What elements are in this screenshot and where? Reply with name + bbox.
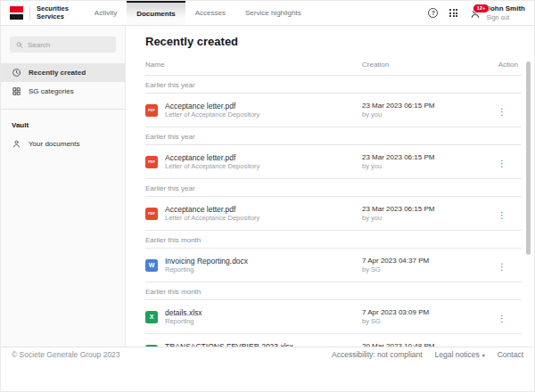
apps-grid-icon[interactable] <box>449 9 457 17</box>
copyright-text: © Societe Generale Group 2023 <box>12 350 120 359</box>
document-name-cell: PDF Acceptance letter.pdf Letter of Acce… <box>145 102 362 118</box>
action-cell: ⋮ <box>482 206 522 222</box>
person-icon <box>12 139 21 149</box>
sidebar-item-sg-categories[interactable]: SG categories <box>1 82 125 101</box>
user-meta: John Smith Sign out <box>486 5 525 20</box>
table-row[interactable]: X details.xlsx Reporting 7 Apr 2023 03:0… <box>145 300 522 334</box>
document-name: Acceptance letter.pdf <box>165 153 259 162</box>
header-actions: ? 12+ John Smith Sign out <box>428 1 534 25</box>
sign-out-link[interactable]: Sign out <box>486 14 525 20</box>
creation-date: 7 Apr 2023 03:09 PM <box>362 308 482 317</box>
app-window: Securities Services Activity Documents A… <box>0 0 535 392</box>
brand: Securities Services <box>1 1 78 25</box>
grid-icon <box>12 86 21 96</box>
kebab-menu-icon[interactable]: ⋮ <box>494 158 510 170</box>
avatar: 12+ <box>469 7 482 20</box>
group-label: Earlier this month <box>145 282 522 300</box>
kebab-menu-icon[interactable]: ⋮ <box>494 209 510 222</box>
document-name: details.xlsx <box>165 308 202 317</box>
creation-cell: 23 Mar 2023 06:15 PM by you <box>362 153 482 170</box>
creation-author: by you <box>362 214 482 222</box>
action-cell: ⋮ <box>482 257 522 274</box>
table-header: Name Creation Action <box>145 48 522 76</box>
user-menu[interactable]: 12+ John Smith Sign out <box>469 5 525 20</box>
scrollbar-thumb[interactable] <box>526 61 531 255</box>
tab-documents[interactable]: Documents <box>127 1 185 25</box>
group-label: Earlier this year <box>145 127 522 145</box>
creation-author: by SG <box>362 317 482 325</box>
footer: © Societe Generale Group 2023 Accessibil… <box>1 347 534 362</box>
document-category: Letter of Acceptance Depository <box>165 214 259 222</box>
group-label: Earlier this month <box>145 231 522 249</box>
sidebar-item-label: Your documents <box>29 140 80 148</box>
creation-cell: 23 Mar 2023 06:15 PM by you <box>362 205 482 222</box>
creation-date: 23 Mar 2023 06:15 PM <box>362 102 482 110</box>
creation-cell: 23 Mar 2023 06:15 PM by you <box>362 102 482 118</box>
kebab-menu-icon[interactable]: ⋮ <box>494 261 510 274</box>
kebab-menu-icon[interactable]: ⋮ <box>494 313 510 325</box>
main-tabs: Activity Documents Accesses Service high… <box>85 1 311 25</box>
sidebar-item-label: Recently created <box>29 69 86 77</box>
kebab-menu-icon[interactable]: ⋮ <box>494 106 510 118</box>
search-icon <box>16 41 23 49</box>
sidebar-item-your-documents[interactable]: Your documents <box>1 135 125 153</box>
table-row[interactable]: PDF Acceptance letter.pdf Letter of Acce… <box>145 94 522 127</box>
help-icon[interactable]: ? <box>428 8 438 18</box>
search-box[interactable] <box>10 37 116 53</box>
group-label: Earlier this year <box>145 76 522 94</box>
page-title: Recently created <box>145 35 522 48</box>
table-row[interactable]: PDF Acceptance letter.pdf Letter of Acce… <box>145 145 522 179</box>
excel-file-icon: X <box>145 311 158 323</box>
contact-label: Contact <box>498 350 523 359</box>
table-row[interactable]: X TRANSACTIONS FEVRIER 2023.xlsx Reporti… <box>145 334 522 347</box>
creation-date: 23 Mar 2023 06:15 PM <box>362 205 482 214</box>
creation-cell: 7 Apr 2023 03:09 PM by SG <box>362 308 482 325</box>
document-name-cell: PDF Acceptance letter.pdf Letter of Acce… <box>145 205 362 222</box>
sidebar-item-recently-created[interactable]: Recently created <box>1 63 125 82</box>
action-cell: ⋮ <box>482 102 522 118</box>
top-navbar: Securities Services Activity Documents A… <box>1 1 534 26</box>
document-name: Invoicing Reporting.docx <box>165 257 248 265</box>
group-label: Earlier this year <box>145 179 522 197</box>
creation-author: by you <box>362 162 482 170</box>
column-header-name: Name <box>145 61 362 69</box>
document-name: Acceptance letter.pdf <box>165 205 259 214</box>
pdf-file-icon: PDF <box>145 104 158 117</box>
legal-notices-label: Legal notices <box>435 350 480 359</box>
document-category: Reporting <box>165 317 202 325</box>
document-name: Acceptance letter.pdf <box>165 102 259 110</box>
document-category: Letter of Acceptance Depository <box>165 162 259 170</box>
tab-activity[interactable]: Activity <box>85 1 127 25</box>
sidebar-section-vault: Vault <box>1 118 125 135</box>
societe-generale-logo-icon <box>10 6 23 20</box>
user-name: John Smith <box>486 5 525 12</box>
table-row[interactable]: PDF Acceptance letter.pdf Letter of Acce… <box>145 197 522 231</box>
chevron-down-icon: ▾ <box>482 352 485 358</box>
action-cell: ⋮ <box>482 309 522 325</box>
search-input[interactable] <box>28 41 110 49</box>
document-name-cell: PDF Acceptance letter.pdf Letter of Acce… <box>145 153 362 170</box>
document-category: Reporting <box>165 265 248 274</box>
column-header-action: Action <box>482 61 522 69</box>
legal-notices-link[interactable]: Legal notices ▾ <box>435 350 485 359</box>
brand-divider <box>29 6 30 20</box>
accessibility-label: Accessibility: not compliant <box>332 350 423 359</box>
document-name-cell: W Invoicing Reporting.docx Reporting <box>145 257 362 274</box>
creation-date: 7 Apr 2023 04:37 PM <box>362 257 482 265</box>
column-header-creation: Creation <box>362 61 482 69</box>
sidebar-divider <box>1 109 125 110</box>
accessibility-link[interactable]: Accessibility: not compliant <box>332 350 423 359</box>
page-body: Recently created SG categories Vault You… <box>1 26 534 347</box>
table-row[interactable]: W Invoicing Reporting.docx Reporting 7 A… <box>145 249 522 282</box>
main-content: Recently created Name Creation Action Ea… <box>126 26 534 347</box>
tab-accesses[interactable]: Accesses <box>185 1 235 25</box>
contact-link[interactable]: Contact <box>498 350 523 359</box>
brand-name: Securities Services <box>37 5 69 20</box>
tab-service-highlights[interactable]: Service highlights <box>235 1 311 25</box>
document-name-cell: X details.xlsx Reporting <box>145 308 362 325</box>
sidebar-item-label: SG categories <box>29 87 74 95</box>
sidebar: Recently created SG categories Vault You… <box>1 26 126 347</box>
document-category: Letter of Acceptance Depository <box>165 110 259 118</box>
clock-icon <box>12 68 21 78</box>
footer-links: Accessibility: not compliant Legal notic… <box>332 350 523 359</box>
